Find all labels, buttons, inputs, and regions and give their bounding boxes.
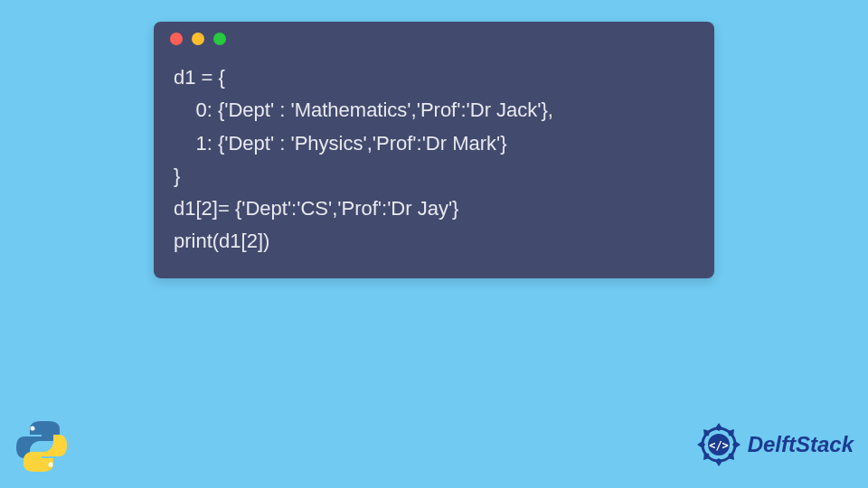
close-icon (170, 33, 183, 45)
code-line: print(d1[2]) (174, 230, 269, 252)
code-line: d1[2]= {'Dept':'CS','Prof':'Dr Jay'} (174, 197, 458, 220)
code-window: d1 = { 0: {'Dept' : 'Mathematics','Prof'… (154, 22, 714, 278)
code-body: d1 = { 0: {'Dept' : 'Mathematics','Prof'… (154, 56, 714, 278)
code-line: 1: {'Dept' : 'Physics','Prof':'Dr Mark'} (174, 132, 507, 155)
window-titlebar (154, 22, 714, 56)
minimize-icon (192, 33, 204, 45)
delftstack-badge: </> </> DelftStack (693, 419, 854, 470)
code-line: 0: {'Dept' : 'Mathematics','Prof':'Dr Ja… (174, 99, 553, 121)
python-logo-icon (13, 418, 71, 475)
maximize-icon (213, 33, 226, 45)
code-line: } (174, 164, 180, 187)
brand-name: DelftStack (748, 432, 854, 457)
code-line: d1 = { (174, 66, 225, 89)
delftstack-medallion-icon: </> </> (693, 419, 744, 470)
svg-point-0 (31, 427, 35, 431)
svg-text:</>: </> (709, 439, 729, 452)
svg-point-1 (49, 463, 53, 467)
